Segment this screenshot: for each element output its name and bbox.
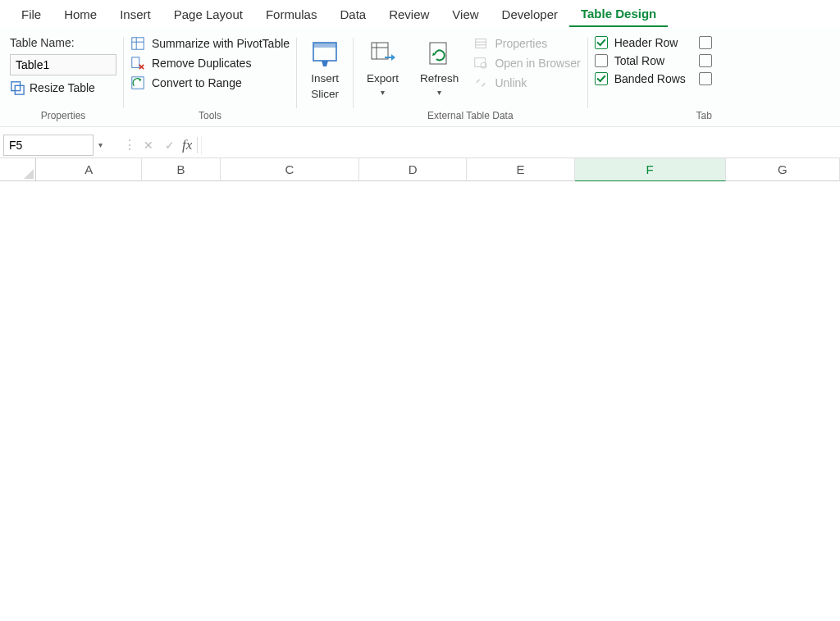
svg-rect-15: [476, 39, 486, 48]
last-column-checkbox-cut[interactable]: [699, 54, 712, 67]
svg-rect-2: [132, 38, 144, 49]
properties-label: Properties: [495, 37, 547, 50]
svg-point-19: [481, 62, 486, 68]
open-in-browser-button: Open in Browser: [473, 56, 580, 71]
tab-insert[interactable]: Insert: [108, 2, 162, 26]
refresh-icon: [425, 39, 454, 69]
select-all-corner[interactable]: [0, 158, 36, 181]
ribbon: Table Name: Resize Table Properties: [0, 28, 840, 127]
svg-rect-0: [11, 82, 21, 91]
browser-icon: [473, 56, 488, 71]
first-column-checkbox-cut[interactable]: [699, 36, 712, 49]
group-slicer: Insert Slicer: [297, 33, 353, 126]
tab-developer[interactable]: Developer: [491, 2, 569, 26]
properties-button: Properties: [473, 36, 580, 51]
pivottable-icon: [130, 36, 145, 51]
column-header-E[interactable]: E: [467, 158, 574, 181]
svg-rect-5: [132, 57, 139, 68]
banded-rows-checkbox[interactable]: Banded Rows: [595, 72, 686, 85]
column-header-G[interactable]: G: [726, 158, 840, 181]
group-tools-label: Tools: [199, 108, 221, 125]
remove-duplicates-button[interactable]: Remove Duplicates: [130, 56, 290, 71]
total-row-label: Total Row: [614, 54, 664, 67]
ribbon-tabs: File Home Insert Page Layout Formulas Da…: [0, 0, 840, 28]
formula-bar: ▾ ⋮ ✕ ✓ fx: [0, 132, 840, 158]
group-tools: Summarize with PivotTable Remove Duplica…: [124, 33, 296, 126]
refresh-label: Refresh: [420, 72, 459, 84]
group-table-style-options: Header Row Total Row Banded Rows Tab: [588, 33, 719, 126]
tab-page-layout[interactable]: Page Layout: [162, 2, 254, 26]
column-header-C[interactable]: C: [221, 158, 359, 181]
unlink-label: Unlink: [495, 76, 527, 89]
tab-view[interactable]: View: [441, 2, 490, 26]
checkbox-checked-icon: [595, 36, 608, 49]
summarize-pivottable-label: Summarize with PivotTable: [152, 37, 290, 50]
refresh-button[interactable]: Refresh ▾: [413, 36, 465, 100]
column-header-F[interactable]: F: [575, 158, 726, 181]
header-row-label: Header Row: [614, 36, 678, 49]
unlink-icon: [473, 75, 488, 90]
cancel-formula-button[interactable]: ✕: [139, 139, 158, 152]
resize-table-icon: [10, 80, 25, 95]
export-icon: [368, 39, 398, 69]
checkbox-unchecked-icon: [699, 36, 712, 49]
tab-file[interactable]: File: [10, 2, 52, 26]
convert-to-range-button[interactable]: Convert to Range: [130, 75, 290, 90]
tab-home[interactable]: Home: [52, 2, 108, 26]
checkbox-unchecked-icon: [699, 72, 712, 85]
header-row-checkbox[interactable]: Header Row: [595, 36, 686, 49]
tab-table-design[interactable]: Table Design: [569, 2, 668, 27]
svg-rect-10: [313, 43, 336, 48]
convert-to-range-icon: [130, 75, 145, 90]
spreadsheet-grid: ABCDEFG 12345678910111213 S No.ProductUn…: [0, 158, 840, 181]
fx-icon[interactable]: fx: [182, 137, 198, 153]
insert-slicer-button[interactable]: Insert Slicer: [304, 36, 346, 103]
export-button[interactable]: Export ▾: [360, 36, 405, 100]
accept-formula-button[interactable]: ✓: [161, 139, 179, 152]
svg-rect-1: [15, 85, 24, 94]
column-header-D[interactable]: D: [359, 158, 467, 181]
convert-to-range-label: Convert to Range: [152, 76, 242, 89]
remove-duplicates-label: Remove Duplicates: [152, 57, 251, 70]
resize-table-button[interactable]: Resize Table: [10, 80, 116, 95]
formula-input[interactable]: [201, 135, 840, 155]
banded-columns-checkbox-cut[interactable]: [699, 72, 712, 85]
group-properties-label: Properties: [41, 108, 86, 125]
export-label: Export: [367, 72, 399, 84]
group-style-options-label: Tab: [696, 108, 711, 125]
summarize-pivottable-button[interactable]: Summarize with PivotTable: [130, 36, 290, 51]
open-in-browser-label: Open in Browser: [495, 57, 580, 70]
table-name-input[interactable]: [10, 54, 116, 75]
group-external-data-label: External Table Data: [427, 108, 514, 125]
insert-slicer-label2: Slicer: [311, 88, 339, 100]
table-name-label: Table Name:: [10, 36, 116, 49]
group-slicer-label: [323, 108, 326, 125]
unlink-button: Unlink: [473, 75, 580, 90]
slicer-icon: [310, 39, 340, 69]
column-header-A[interactable]: A: [36, 158, 142, 181]
properties-icon: [473, 36, 488, 51]
group-external-data: Export ▾ Refresh ▾ Properties: [354, 33, 587, 126]
insert-slicer-label1: Insert: [311, 72, 339, 84]
checkbox-checked-icon: [595, 72, 608, 85]
export-dropdown-caret-icon: ▾: [381, 88, 385, 97]
total-row-checkbox[interactable]: Total Row: [595, 54, 686, 67]
name-box-dropdown-icon[interactable]: ▾: [94, 140, 107, 149]
checkbox-unchecked-icon: [595, 54, 608, 67]
checkbox-unchecked-icon: [699, 54, 712, 67]
group-properties: Table Name: Resize Table Properties: [3, 33, 123, 126]
banded-rows-label: Banded Rows: [614, 72, 686, 85]
remove-duplicates-icon: [130, 56, 145, 71]
tab-data[interactable]: Data: [328, 2, 377, 26]
name-box[interactable]: [3, 135, 94, 156]
column-header-B[interactable]: B: [142, 158, 221, 181]
tab-formulas[interactable]: Formulas: [254, 2, 329, 26]
tab-review[interactable]: Review: [377, 2, 441, 26]
refresh-dropdown-caret-icon: ▾: [437, 88, 441, 97]
resize-table-label: Resize Table: [30, 81, 95, 94]
